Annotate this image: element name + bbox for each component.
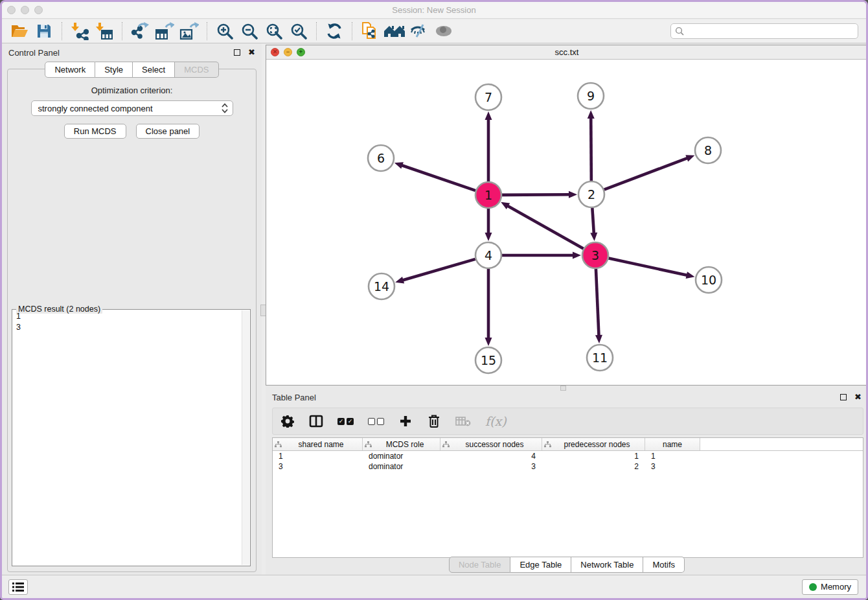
window-titlebar: Session: New Session [2,2,866,19]
run-mcds-button[interactable]: Run MCDS [64,124,126,139]
gear-icon[interactable] [280,411,295,431]
export-image-icon[interactable] [178,21,200,41]
table-toolbar: ✓ ✓ f(x) [272,408,863,435]
graph-node-label: 2 [588,187,595,202]
export-network-icon[interactable] [129,21,151,41]
column-header-name[interactable]: name [645,438,700,450]
hide-eye-icon[interactable] [408,21,430,41]
toolbar-separator [122,22,122,40]
column-header-MCDS-role[interactable]: MCDS role [363,438,440,450]
graph-edge-4-14[interactable] [402,259,475,281]
close-panel-button[interactable]: Close panel [136,124,200,139]
mcds-result-line: 3 [16,322,241,333]
zoom-in-icon[interactable] [214,21,236,41]
column-header-shared-name[interactable]: shared name [273,438,363,450]
table-row[interactable]: 1dominator411 [273,451,863,461]
graph-node-label: 7 [485,90,492,104]
table-cell: dominator [363,462,440,471]
tab-select[interactable]: Select [133,62,175,78]
float-panel-icon[interactable] [234,49,240,56]
result-scrollbar[interactable] [242,310,249,565]
table-cell: 1 [273,452,363,461]
tab-network-table[interactable]: Network Table [571,557,643,573]
graph-node-label: 9 [587,89,595,103]
list-icon [12,583,24,592]
search-input[interactable] [684,25,858,38]
function-icon: f(x) [485,411,507,431]
graph-edge-1-2[interactable] [502,194,570,195]
tab-style[interactable]: Style [95,62,133,78]
copy-network-icon[interactable] [359,21,381,41]
delete-column-icon [455,411,471,431]
add-icon[interactable] [398,411,413,431]
import-network-icon[interactable] [69,21,91,41]
column-label: MCDS role [372,440,438,449]
table-cell: 3 [440,462,542,471]
toolbar-separator [62,22,62,40]
close-panel-icon[interactable]: ✖ [248,49,255,56]
graph-edge-3-1[interactable] [507,205,584,248]
control-panel-tabs: NetworkStyleSelectMCDS [2,62,262,78]
hierarchy-icon [544,441,551,448]
open-file-icon[interactable] [8,21,30,41]
edge-arrowhead [485,111,492,120]
tab-motifs[interactable]: Motifs [643,557,685,573]
horizontal-splitter-grip[interactable] [560,386,566,391]
select-all-icon[interactable]: ✓ ✓ [337,411,354,431]
network-canvas[interactable]: 7968124314101511 [266,60,867,385]
zoom-out-icon[interactable] [238,21,260,41]
tab-network[interactable]: Network [45,62,95,78]
toolbar-separator [316,22,317,40]
task-list-button[interactable] [8,579,28,595]
save-session-icon[interactable] [33,21,55,41]
graph-edge-3-10[interactable] [609,258,688,275]
zoom-selected-icon[interactable] [288,21,310,41]
edge-arrowhead [485,233,492,241]
export-table-icon[interactable] [154,21,176,41]
tab-node-table[interactable]: Node Table [449,557,511,573]
edge-arrowhead [686,271,695,279]
status-bar: Memory [2,575,866,598]
graph-node-label: 1 [485,188,492,202]
graph-edge-2-3[interactable] [592,208,594,234]
edge-arrowhead [569,191,577,198]
column-label: name [647,440,698,449]
table-row[interactable]: 3dominator323 [273,461,863,472]
edge-arrowhead [394,162,404,168]
checked-box-icon: ✓ [347,418,354,425]
network-window-titlebar: ✕ − + scc.txt [266,45,867,60]
close-table-panel-icon[interactable]: ✖ [854,394,862,400]
float-table-panel-icon[interactable] [840,394,847,400]
graph-edge-3-11[interactable] [596,269,599,336]
column-label: successor nodes [450,440,540,449]
network-window-title: scc.txt [266,47,867,57]
table-body: 1dominator4113dominator323 [273,451,863,472]
refresh-layout-icon[interactable] [323,21,345,41]
graph-edge-2-9[interactable] [591,117,591,181]
graph-edge-2-8[interactable] [604,158,688,190]
toolbar-separator [352,22,352,40]
optimization-criterion-select[interactable]: strongly connected component [31,100,233,116]
column-header-successor-nodes[interactable]: successor nodes [440,438,542,450]
memory-button[interactable]: Memory [802,579,858,595]
node-table[interactable]: shared nameMCDS rolesuccessor nodesprede… [272,437,863,558]
table-cell: 4 [440,452,542,461]
home-icon[interactable] [383,21,405,41]
network-view-window: ✕ − + scc.txt 7968124314101511 [266,45,868,386]
table-cell: 3 [273,462,363,471]
import-table-icon[interactable] [93,21,115,41]
tab-mcds[interactable]: MCDS [175,62,218,78]
zoom-fit-icon[interactable] [263,21,285,41]
column-view-icon[interactable] [309,411,323,431]
network-graph[interactable]: 7968124314101511 [266,60,867,385]
tab-edge-table[interactable]: Edge Table [510,557,571,573]
graph-node-label: 4 [485,248,492,262]
search-field[interactable] [670,23,858,39]
deselect-all-icon[interactable] [368,411,384,431]
column-header-predecessor-nodes[interactable]: predecessor nodes [542,438,645,450]
graph-edge-1-6[interactable] [401,165,475,190]
trash-icon[interactable] [427,411,441,431]
empty-box-icon [377,418,384,425]
hierarchy-icon [442,441,450,448]
toolbar-separator [207,22,207,40]
